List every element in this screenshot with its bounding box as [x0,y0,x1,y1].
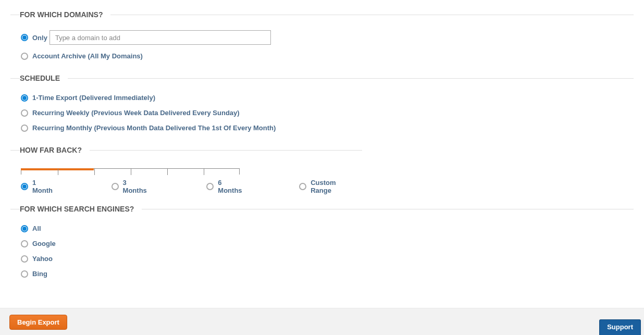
engine-radio-3[interactable] [21,270,28,278]
schedule-radio-1[interactable] [21,109,28,117]
engine-radio-0[interactable] [21,225,28,232]
support-button[interactable]: Support [599,319,641,335]
schedule-option-1: Recurring Weekly (Previous Week Data Del… [10,105,634,120]
domains-legend: For Which Domains? [20,10,110,19]
schedule-option-0: 1-Time Export (Delivered Immediately) [10,90,634,105]
slider-track[interactable] [21,168,240,175]
schedule-legend: Schedule [20,74,68,82]
schedule-label-0[interactable]: 1-Time Export (Delivered Immediately) [32,94,155,102]
range-slider[interactable] [10,162,362,175]
how-far-back-section: How Far Back? 1 Month 3 Months [10,146,362,194]
engine-option-1: Google [10,236,634,251]
schedule-radio-0[interactable] [21,94,28,102]
schedule-label-2[interactable]: Recurring Monthly (Previous Month Data D… [32,124,276,132]
schedule-radio-2[interactable] [21,125,28,132]
slider-fill [21,168,94,170]
slider-tick [58,169,58,175]
range-radio-2[interactable] [206,183,214,190]
slider-tick [131,169,131,175]
domain-input[interactable] [49,30,271,45]
engine-option-2: Yahoo [10,251,634,266]
range-label-2[interactable]: 6 Months [218,179,247,194]
range-label-1[interactable]: 3 Months [123,179,152,194]
how-far-back-legend: How Far Back? [20,146,90,154]
range-option-2: 6 Months [206,179,247,194]
begin-export-button[interactable]: Begin Export [9,315,67,330]
slider-tick [167,169,168,175]
domains-archive-radio[interactable] [21,53,28,60]
range-option-1: 3 Months [112,179,152,194]
range-option-0: 1 Month [21,179,58,194]
domains-only-label[interactable]: Only [32,34,47,42]
range-options: 1 Month 3 Months 6 Months Custom Range [10,175,362,194]
engine-option-0: All [10,221,634,236]
search-engines-legend: For Which Search Engines? [20,205,142,213]
range-label-0[interactable]: 1 Month [32,179,58,194]
slider-tick [204,169,204,175]
range-label-3[interactable]: Custom Range [311,179,358,194]
engine-label-1[interactable]: Google [32,240,56,247]
domains-section: For Which Domains? Only Account Archive … [10,10,634,64]
range-option-3: Custom Range [299,179,358,194]
engine-label-0[interactable]: All [32,225,41,232]
schedule-option-2: Recurring Monthly (Previous Month Data D… [10,120,634,135]
schedule-section: Schedule 1-Time Export (Delivered Immedi… [10,74,634,135]
domains-only-row: Only [10,27,634,48]
engine-label-3[interactable]: Bing [32,270,47,278]
domains-archive-label[interactable]: Account Archive (All My Domains) [32,52,143,60]
footer-bar: Begin Export [0,308,644,335]
search-engines-section: For Which Search Engines? All Google Yah… [10,205,634,281]
range-radio-1[interactable] [112,183,119,190]
engine-option-3: Bing [10,266,634,281]
range-radio-0[interactable] [21,183,28,190]
slider-tick [94,169,95,175]
engine-radio-1[interactable] [21,240,28,247]
domains-archive-row: Account Archive (All My Domains) [10,48,634,64]
engine-radio-2[interactable] [21,255,28,263]
domains-only-radio[interactable] [21,34,28,41]
range-radio-3[interactable] [299,183,306,190]
schedule-label-1[interactable]: Recurring Weekly (Previous Week Data Del… [32,109,240,117]
engine-label-2[interactable]: Yahoo [32,255,53,263]
